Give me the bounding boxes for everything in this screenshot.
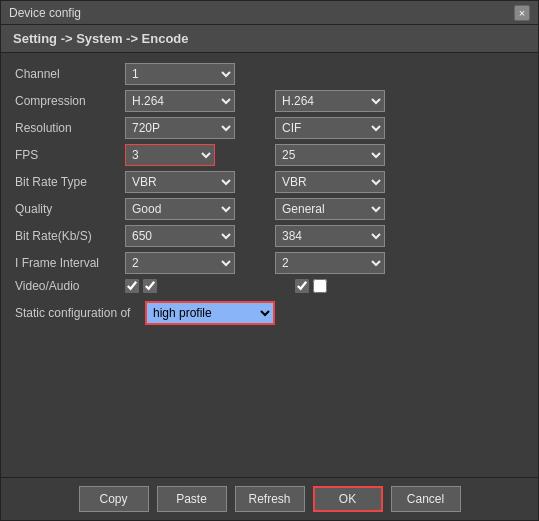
quality-row: Quality GoodGeneralNormal GeneralGoodNor… — [15, 198, 524, 220]
compression-left: Compression H.264H.265 — [15, 90, 265, 112]
compression-label: Compression — [15, 94, 125, 108]
quality-select-right[interactable]: GeneralGoodNormal — [275, 198, 385, 220]
bitrate-type-left: Bit Rate Type VBRCBR — [15, 171, 265, 193]
bitrate-type-label: Bit Rate Type — [15, 175, 125, 189]
fps-select-right[interactable]: 25151053 — [275, 144, 385, 166]
video-checkbox-left[interactable] — [125, 279, 139, 293]
video-checkbox-right[interactable] — [295, 279, 309, 293]
resolution-left: Resolution 720P1080PD1CIF — [15, 117, 265, 139]
channel-row: Channel 1234 — [15, 63, 524, 85]
fps-row: FPS 35101525 25151053 — [15, 144, 524, 166]
fps-select-left[interactable]: 35101525 — [125, 144, 215, 166]
compression-row: Compression H.264H.265 H.264H.265 — [15, 90, 524, 112]
videoaudio-left: Video/Audio — [15, 279, 265, 293]
compression-select-right[interactable]: H.264H.265 — [275, 90, 385, 112]
quality-right: GeneralGoodNormal — [275, 198, 385, 220]
device-config-window: Device config × Setting -> System -> Enc… — [0, 0, 539, 521]
bitrate-type-select-right[interactable]: VBRCBR — [275, 171, 385, 193]
static-config-label: Static configuration of — [15, 306, 145, 320]
resolution-row: Resolution 720P1080PD1CIF CIF720PD1 — [15, 117, 524, 139]
bitrate-kbs-select-right[interactable]: 384512650 — [275, 225, 385, 247]
footer: Copy Paste Refresh OK Cancel — [1, 477, 538, 520]
quality-left: Quality GoodGeneralNormal — [15, 198, 265, 220]
compression-right: H.264H.265 — [275, 90, 385, 112]
videoaudio-right — [295, 279, 327, 293]
videoaudio-label: Video/Audio — [15, 279, 125, 293]
bitrate-type-row: Bit Rate Type VBRCBR VBRCBR — [15, 171, 524, 193]
iframe-right: 2134 — [275, 252, 385, 274]
fps-label: FPS — [15, 148, 125, 162]
refresh-button[interactable]: Refresh — [235, 486, 305, 512]
bitrate-kbs-left: Bit Rate(Kb/S) 6505123841024 — [15, 225, 265, 247]
iframe-row: I Frame Interval 21345 2134 — [15, 252, 524, 274]
videoaudio-checkboxes-left — [125, 279, 157, 293]
paste-button[interactable]: Paste — [157, 486, 227, 512]
bitrate-kbs-row: Bit Rate(Kb/S) 6505123841024 384512650 — [15, 225, 524, 247]
form-content: Channel 1234 Compression H.264H.265 H.26… — [1, 53, 538, 477]
bitrate-kbs-right: 384512650 — [275, 225, 385, 247]
resolution-select-left[interactable]: 720P1080PD1CIF — [125, 117, 235, 139]
audio-checkbox-left[interactable] — [143, 279, 157, 293]
channel-select[interactable]: 1234 — [125, 63, 235, 85]
static-config-select[interactable]: high profile main profile baseline profi… — [145, 301, 275, 325]
videoaudio-checkboxes-right — [295, 279, 327, 293]
close-button[interactable]: × — [514, 5, 530, 21]
resolution-right: CIF720PD1 — [275, 117, 385, 139]
compression-select-left[interactable]: H.264H.265 — [125, 90, 235, 112]
videoaudio-row: Video/Audio — [15, 279, 524, 293]
bitrate-type-select-left[interactable]: VBRCBR — [125, 171, 235, 193]
fps-left: FPS 35101525 — [15, 144, 265, 166]
iframe-label: I Frame Interval — [15, 256, 125, 270]
channel-left: Channel 1234 — [15, 63, 265, 85]
quality-select-left[interactable]: GoodGeneralNormal — [125, 198, 235, 220]
iframe-select-left[interactable]: 21345 — [125, 252, 235, 274]
ok-button[interactable]: OK — [313, 486, 383, 512]
audio-checkbox-right[interactable] — [313, 279, 327, 293]
quality-label: Quality — [15, 202, 125, 216]
title-bar: Device config × — [1, 1, 538, 25]
iframe-left: I Frame Interval 21345 — [15, 252, 265, 274]
fps-right: 25151053 — [275, 144, 385, 166]
resolution-select-right[interactable]: CIF720PD1 — [275, 117, 385, 139]
iframe-select-right[interactable]: 2134 — [275, 252, 385, 274]
breadcrumb: Setting -> System -> Encode — [1, 25, 538, 53]
copy-button[interactable]: Copy — [79, 486, 149, 512]
cancel-button[interactable]: Cancel — [391, 486, 461, 512]
bitrate-kbs-select-left[interactable]: 6505123841024 — [125, 225, 235, 247]
window-title: Device config — [9, 6, 81, 20]
static-config-row: Static configuration of high profile mai… — [15, 301, 524, 325]
channel-label: Channel — [15, 67, 125, 81]
resolution-label: Resolution — [15, 121, 125, 135]
bitrate-type-right: VBRCBR — [275, 171, 385, 193]
bitrate-kbs-label: Bit Rate(Kb/S) — [15, 229, 125, 243]
